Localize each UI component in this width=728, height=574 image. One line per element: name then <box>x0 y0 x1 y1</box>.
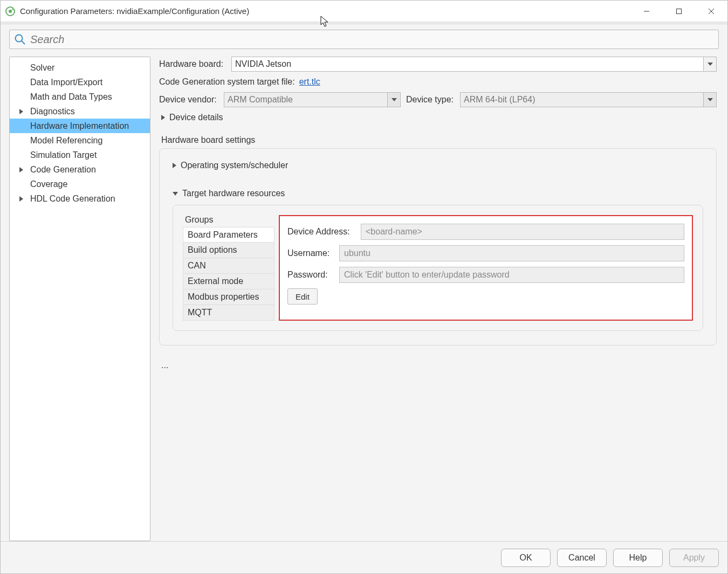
window-title: Configuration Parameters: nvidiaExample/… <box>20 6 249 16</box>
hw-settings-header: Hardware board settings <box>161 135 717 145</box>
minimize-button[interactable] <box>630 1 663 22</box>
device-type-select[interactable]: ARM 64-bit (LP64) <box>460 92 717 107</box>
hardware-board-value: NVIDIA Jetson <box>232 59 291 69</box>
tree-item-solver[interactable]: Solver <box>10 60 150 75</box>
device-details-label: Device details <box>169 113 223 122</box>
device-vendor-select[interactable]: ARM Compatible <box>224 92 401 107</box>
username-input[interactable]: ubuntu <box>339 245 684 261</box>
device-vendor-value: ARM Compatible <box>224 95 293 105</box>
group-label: MQTT <box>188 308 212 317</box>
device-address-input[interactable]: <board-name> <box>361 224 684 240</box>
category-tree[interactable]: Solver Data Import/Export Math and Data … <box>9 57 150 541</box>
svg-point-7 <box>16 35 23 42</box>
main-area: Solver Data Import/Export Math and Data … <box>1 49 727 541</box>
hardware-implementation-panel: Hardware board: NVIDIA Jetson Code Gener… <box>159 57 719 541</box>
codegen-target-row: Code Generation system target file: ert.… <box>159 77 717 87</box>
group-build-options[interactable]: Build options <box>183 243 274 258</box>
tree-item-code-generation[interactable]: Code Generation <box>10 162 150 177</box>
os-scheduler-label: Operating system/scheduler <box>181 161 288 170</box>
tree-item-label: HDL Code Generation <box>30 194 115 204</box>
device-address-row: Device Address: <board-name> <box>287 224 684 240</box>
device-row: Device vendor: ARM Compatible Device typ… <box>159 92 717 107</box>
codegen-label: Code Generation system target file: <box>159 77 295 87</box>
group-board-parameters[interactable]: Board Parameters <box>183 227 274 243</box>
cancel-button[interactable]: Cancel <box>557 549 607 567</box>
tree-item-label: Diagnostics <box>30 107 75 116</box>
tree-item-hardware-implementation[interactable]: Hardware Implementation <box>10 119 150 133</box>
more-indicator: ... <box>159 361 717 370</box>
tree-item-label: Solver <box>30 63 54 73</box>
username-row: Username: ubuntu <box>287 245 684 261</box>
device-vendor-label: Device vendor: <box>159 95 224 105</box>
dropdown-button[interactable] <box>703 57 716 71</box>
edit-password-button[interactable]: Edit <box>287 288 318 305</box>
expand-icon[interactable] <box>19 109 23 114</box>
groups-list: Groups Board Parameters Build options CA… <box>183 215 274 321</box>
group-label: External mode <box>188 276 243 286</box>
svg-line-8 <box>22 41 25 44</box>
search-icon <box>14 33 26 45</box>
device-address-value: <board-name> <box>366 227 422 237</box>
svg-point-2 <box>12 8 14 10</box>
os-scheduler-toggle[interactable]: Operating system/scheduler <box>173 161 703 170</box>
device-address-label: Device Address: <box>287 227 361 237</box>
app-icon <box>5 6 16 17</box>
group-external-mode[interactable]: External mode <box>183 274 274 289</box>
search-box[interactable] <box>9 30 719 49</box>
tree-item-hdl-code-generation[interactable]: HDL Code Generation <box>10 191 150 206</box>
dropdown-button[interactable] <box>387 93 400 107</box>
board-parameters-panel: Device Address: <board-name> Username: u… <box>279 215 693 321</box>
svg-rect-4 <box>677 9 682 13</box>
window-controls <box>630 1 727 22</box>
password-input[interactable]: Click 'Edit' button to enter/update pass… <box>339 267 684 283</box>
device-type-label: Device type: <box>406 95 460 105</box>
maximize-button[interactable] <box>663 1 695 22</box>
target-hw-resources-toggle[interactable]: Target hardware resources <box>173 189 703 198</box>
group-can[interactable]: CAN <box>183 258 274 274</box>
group-label: Modbus properties <box>188 292 259 302</box>
tree-item-label: Math and Data Types <box>30 92 112 102</box>
hardware-board-label: Hardware board: <box>159 59 231 69</box>
tree-item-label: Model Referencing <box>30 136 102 146</box>
hardware-board-row: Hardware board: NVIDIA Jetson <box>159 57 717 72</box>
password-value: Click 'Edit' button to enter/update pass… <box>344 270 510 280</box>
tree-item-diagnostics[interactable]: Diagnostics <box>10 104 150 119</box>
tree-item-coverage[interactable]: Coverage <box>10 177 150 191</box>
device-type-value: ARM 64-bit (LP64) <box>461 95 535 105</box>
tree-item-label: Data Import/Export <box>30 78 102 87</box>
chevron-down-icon <box>392 98 397 101</box>
tree-item-simulation-target[interactable]: Simulation Target <box>10 148 150 162</box>
svg-point-1 <box>9 10 12 13</box>
tree-item-data-import-export[interactable]: Data Import/Export <box>10 75 150 89</box>
tree-item-label: Coverage <box>30 179 67 189</box>
chevron-down-icon <box>708 63 713 66</box>
chevron-down-icon <box>708 98 713 101</box>
tree-item-math-data-types[interactable]: Math and Data Types <box>10 89 150 104</box>
target-hw-resources-box: Groups Board Parameters Build options CA… <box>173 205 703 331</box>
hardware-board-select[interactable]: NVIDIA Jetson <box>231 57 717 72</box>
expand-icon[interactable] <box>19 196 23 202</box>
apply-button[interactable]: Apply <box>669 549 719 567</box>
group-mqtt[interactable]: MQTT <box>183 305 274 321</box>
username-value: ubuntu <box>344 248 370 258</box>
help-button[interactable]: Help <box>613 549 663 567</box>
tree-item-label: Code Generation <box>30 165 96 175</box>
search-input[interactable] <box>29 30 718 49</box>
ok-button[interactable]: OK <box>501 549 551 567</box>
hardware-board-settings-box: Operating system/scheduler Target hardwa… <box>159 148 717 345</box>
expand-icon[interactable] <box>19 167 23 172</box>
codegen-target-link[interactable]: ert.tlc <box>299 77 320 87</box>
search-row <box>1 24 727 49</box>
group-modbus-properties[interactable]: Modbus properties <box>183 289 274 305</box>
password-label: Password: <box>287 270 339 280</box>
chevron-right-icon <box>161 115 165 120</box>
chevron-right-icon <box>173 163 176 168</box>
dialog-button-bar: OK Cancel Help Apply <box>1 541 727 573</box>
close-button[interactable] <box>695 1 727 22</box>
dropdown-button[interactable] <box>703 93 716 107</box>
device-details-toggle[interactable]: Device details <box>161 113 717 122</box>
tree-item-label: Simulation Target <box>30 150 97 160</box>
target-hw-resources-label: Target hardware resources <box>182 189 285 198</box>
tree-item-label: Hardware Implementation <box>30 121 129 131</box>
tree-item-model-referencing[interactable]: Model Referencing <box>10 133 150 148</box>
